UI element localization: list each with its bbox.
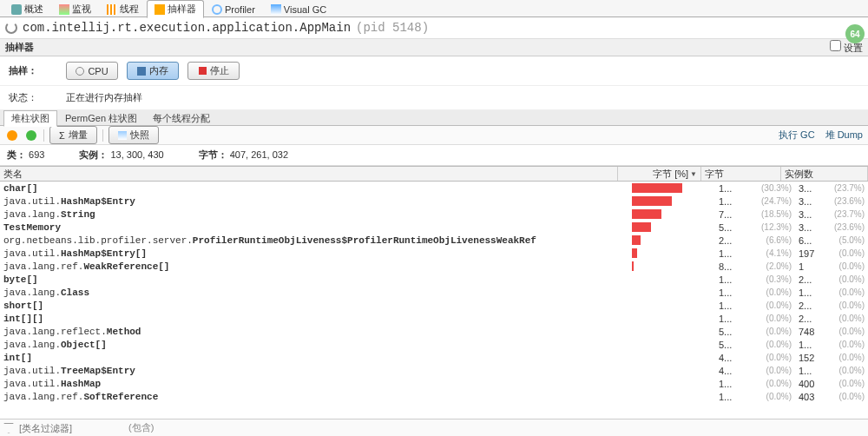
table-row[interactable]: java.util.HashMap1...(0.0%)400(0.0%) [0,377,868,390]
table-row[interactable]: java.lang.String7...(18.5%)3...(23.7%) [0,208,868,221]
cell-classname: int[] [0,353,632,363]
cell-bar [632,274,715,284]
table-row[interactable]: java.lang.ref.SoftReference1...(0.0%)403… [0,390,868,403]
table-row[interactable]: short[]1...(0.0%)2...(0.0%) [0,299,868,312]
cell-bytes: 8...(2.0%) [715,261,795,272]
pause-icon[interactable] [5,129,19,142]
cell-bytes: 1...(0.0%) [715,287,795,298]
cell-classname: java.lang.ref.WeakReference[] [0,261,632,272]
memory-button[interactable]: 内存 [127,62,179,80]
refresh2-icon[interactable] [24,129,38,142]
cell-bar [632,301,715,310]
process-row: com.intellij.rt.execution.application.Ap… [0,17,868,39]
cell-instances: 2...(0.0%) [795,274,868,285]
subtab-permgen[interactable]: PermGen 柱状图 [57,110,145,127]
process-name: com.intellij.rt.execution.application.Ap… [23,21,351,35]
threads-icon [107,4,117,15]
cell-instances: 1...(0.0%) [795,366,868,376]
snapshot-button[interactable]: 快照 [108,126,159,144]
status-row: 状态： 正在进行内存抽样 [0,86,868,110]
table-row[interactable]: java.lang.Class1...(0.0%)1...(0.0%) [0,286,868,299]
cell-classname: int[][] [0,314,632,324]
cell-classname: short[] [0,301,632,311]
class-filter-input[interactable] [19,423,123,433]
gc-icon [271,4,281,15]
cell-bytes: 2...(6.6%) [715,235,795,246]
cell-instances: 403(0.0%) [795,392,868,402]
process-pid: (pid 5148) [356,21,429,35]
table-row[interactable]: org.netbeans.lib.profiler.server.Profile… [0,234,868,247]
cell-bytes: 5...(0.0%) [715,327,795,337]
tab-sampler[interactable]: 抽样器 [147,0,204,18]
tab-overview[interactable]: 概述 [3,0,51,18]
tab-profiler[interactable]: Profiler [204,2,263,17]
cell-classname: java.lang.String [0,209,632,220]
cell-instances: 2...(0.0%) [795,301,868,311]
table-row[interactable]: int[][]1...(0.0%)2...(0.0%) [0,312,868,325]
cell-classname: org.netbeans.lib.profiler.server.Profile… [0,235,632,246]
cell-classname: java.util.HashMap [0,379,632,389]
cell-classname: char[] [0,183,632,194]
cell-classname: java.util.HashMap$Entry[] [0,248,632,259]
table-row[interactable]: byte[]1...(0.3%)2...(0.0%) [0,273,868,286]
delta-button[interactable]: Σ增量 [49,126,97,144]
gc-link[interactable]: 执行 GC [779,129,815,142]
table-row[interactable]: java.lang.ref.WeakReference[]8...(2.0%)1… [0,260,868,273]
table-row[interactable]: int[]4...(0.0%)152(0.0%) [0,351,868,364]
table-row[interactable]: TestMemory5...(12.3%)3...(23.6%) [0,221,868,234]
refresh-icon[interactable] [5,22,17,34]
sample-label: 抽样： [9,64,40,77]
cell-bar [632,235,715,245]
cell-classname: java.lang.Object[] [0,340,632,350]
tab-monitor[interactable]: 监视 [51,0,99,18]
cell-bytes: 4...(0.0%) [715,366,795,376]
filter-icon[interactable] [3,423,14,433]
cell-bar [632,222,715,232]
cell-instances: 3...(23.6%) [795,222,868,233]
tab-visualgc[interactable]: Visual GC [263,2,334,17]
col-instances[interactable]: 实例数 [781,167,868,181]
filter-mode[interactable]: (包含) [128,421,154,434]
stop-icon [199,67,207,75]
col-bytes[interactable]: 字节 [701,167,781,181]
cell-bytes: 1...(30.3%) [715,183,795,194]
cell-bytes: 1...(0.0%) [715,379,795,389]
cell-instances: 152(0.0%) [795,353,868,363]
table-row[interactable]: char[]1...(30.3%)3...(23.7%) [0,182,868,195]
table-body[interactable]: char[]1...(30.3%)3...(23.7%)java.util.Ha… [0,182,868,416]
chart-icon [11,4,22,15]
table-row[interactable]: java.util.HashMap$Entry[]1...(4.1%)197(0… [0,247,868,260]
cell-instances: 1...(0.0%) [795,287,868,298]
cpu-button[interactable]: CPU [66,62,118,80]
cell-bar [632,314,715,323]
cell-bar [632,248,715,258]
col-bytes-pct[interactable]: 字节 [%]▼ [618,167,701,181]
cell-bytes: 4...(0.0%) [715,353,795,363]
subtab-perthread[interactable]: 每个线程分配 [145,110,218,127]
stop-button[interactable]: 停止 [187,62,240,80]
heapdump-link[interactable]: 堆 Dump [825,129,863,142]
subtab-heap[interactable]: 堆柱状图 [3,110,57,127]
clock-icon [76,67,84,76]
table-row[interactable]: java.lang.reflect.Method5...(0.0%)748(0.… [0,325,868,338]
cell-instances: 3...(23.7%) [795,183,868,194]
cell-instances: 748(0.0%) [795,327,868,337]
cell-bytes: 1...(0.0%) [715,301,795,311]
cell-bytes: 5...(0.0%) [715,340,795,350]
tab-threads[interactable]: 线程 [99,0,147,18]
col-classname[interactable]: 类名 [0,167,618,181]
cell-bytes: 7...(18.5%) [715,209,795,220]
table-header: 类名 字节 [%]▼ 字节 实例数 [0,166,868,182]
toolbar2: Σ增量 快照 执行 GC 堆 Dump [0,126,868,145]
cell-instances: 3...(23.6%) [795,196,868,207]
cell-bytes: 5...(12.3%) [715,222,795,233]
table-row[interactable]: java.util.TreeMap$Entry4...(0.0%)1...(0.… [0,364,868,377]
cell-classname: byte[] [0,274,632,285]
cell-instances: 1...(0.0%) [795,340,868,350]
table-row[interactable]: java.lang.Object[]5...(0.0%)1...(0.0%) [0,338,868,351]
cell-bar [632,353,715,362]
cell-classname: java.util.TreeMap$Entry [0,366,632,376]
table-row[interactable]: java.util.HashMap$Entry1...(24.7%)3...(2… [0,195,868,208]
cell-bar [632,287,715,297]
cell-bar [632,183,715,193]
